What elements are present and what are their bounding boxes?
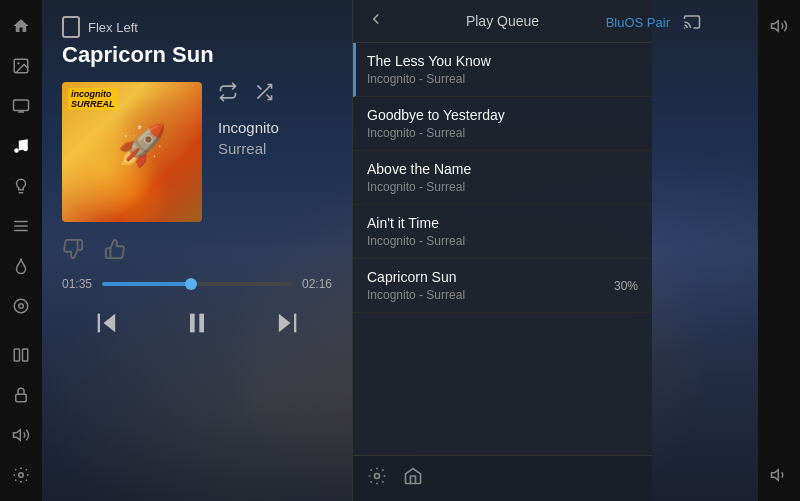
transport-controls (62, 305, 332, 347)
queue-item-sub: Incognito - Surreal (367, 234, 638, 248)
album-name: Surreal (218, 140, 279, 157)
queue-item[interactable]: Above the Name Incognito - Surreal (353, 151, 652, 205)
queue-panel: Play Queue The Less You Know Incognito -… (352, 0, 652, 501)
svg-rect-8 (23, 349, 28, 361)
sidebar-item-home[interactable] (3, 8, 39, 44)
vol-down-button[interactable] (761, 457, 797, 493)
svg-marker-16 (104, 314, 116, 333)
svg-line-15 (257, 85, 261, 89)
queue-item-sub: Incognito - Surreal (367, 72, 638, 86)
time-current: 01:35 (62, 277, 92, 291)
sidebar-item-list[interactable] (3, 208, 39, 244)
queue-item-title: Above the Name (367, 161, 638, 177)
sidebar-item-record[interactable] (3, 288, 39, 324)
sidebar-item-tv[interactable] (3, 88, 39, 124)
svg-marker-10 (14, 430, 21, 441)
sidebar-item-books[interactable] (3, 337, 39, 373)
cast-icon[interactable] (678, 8, 706, 36)
album-row: incognitoSURREAL Incognito Surreal (62, 82, 332, 222)
svg-point-3 (14, 148, 19, 153)
svg-rect-9 (16, 394, 27, 402)
device-info: Flex Left (62, 16, 332, 38)
track-info: Incognito Surreal (218, 82, 279, 157)
svg-point-11 (19, 473, 24, 478)
player-panel: Flex Left Capricorn Sun incognitoSURREAL… (42, 0, 352, 501)
device-icon (62, 16, 80, 38)
time-total: 02:16 (302, 277, 332, 291)
right-panel (758, 0, 800, 501)
main-content: BluOS Pair Flex Left Capricorn Sun incog… (42, 0, 758, 501)
track-title: Capricorn Sun (62, 42, 332, 68)
album-art-text: incognitoSURREAL (68, 88, 118, 110)
sidebar-item-photo[interactable] (3, 48, 39, 84)
queue-item-sub: Incognito - Surreal (367, 180, 638, 194)
rating-row (62, 238, 332, 265)
prev-button[interactable] (85, 305, 129, 347)
progress-section: 01:35 02:16 (62, 277, 332, 291)
queue-item-title: The Less You Know (367, 53, 638, 69)
svg-point-22 (375, 474, 380, 479)
pause-button[interactable] (175, 305, 219, 347)
top-bar: BluOS Pair (606, 0, 716, 44)
queue-item[interactable]: The Less You Know Incognito - Surreal (353, 43, 652, 97)
queue-settings-icon[interactable] (367, 466, 387, 491)
repeat-icon[interactable] (218, 82, 238, 107)
svg-rect-19 (199, 314, 204, 333)
album-art: incognitoSURREAL (62, 82, 202, 222)
sidebar-item-bulb[interactable] (3, 168, 39, 204)
svg-point-4 (23, 147, 28, 152)
progress-fill (102, 282, 191, 286)
next-button[interactable] (265, 305, 309, 347)
svg-rect-2 (14, 100, 29, 111)
queue-back-button[interactable] (367, 10, 385, 32)
svg-marker-20 (279, 314, 291, 333)
device-name-label: Flex Left (88, 20, 138, 35)
queue-footer (353, 455, 652, 501)
queue-item-sub: Incognito - Surreal (367, 126, 638, 140)
queue-item-title: Ain't it Time (367, 215, 638, 231)
sidebar-item-music[interactable] (3, 128, 39, 164)
queue-item[interactable]: Ain't it Time Incognito - Surreal (353, 205, 652, 259)
bluos-pair-label[interactable]: BluOS Pair (606, 15, 670, 30)
svg-point-5 (14, 299, 28, 313)
svg-point-6 (19, 304, 24, 309)
queue-list: The Less You Know Incognito - Surreal Go… (353, 43, 652, 455)
queue-item-pct: 30% (614, 279, 638, 293)
time-row: 01:35 02:16 (62, 277, 332, 291)
svg-marker-23 (772, 21, 779, 32)
sidebar (0, 0, 42, 501)
queue-item[interactable]: Capricorn Sun Incognito - Surreal 30% (353, 259, 652, 313)
sidebar-item-volume[interactable] (3, 417, 39, 453)
svg-point-12 (684, 27, 686, 29)
queue-item-title: Capricorn Sun (367, 269, 638, 285)
svg-point-1 (17, 62, 19, 64)
svg-rect-18 (190, 314, 195, 333)
queue-item[interactable]: Goodbye to Yesterday Incognito - Surreal (353, 97, 652, 151)
progress-handle[interactable] (185, 278, 197, 290)
artist-name: Incognito (218, 119, 279, 136)
thumbdown-button[interactable] (62, 238, 84, 265)
sidebar-item-flame[interactable] (3, 248, 39, 284)
track-controls-top (218, 82, 279, 107)
queue-home-icon[interactable] (403, 466, 423, 491)
shuffle-icon[interactable] (254, 82, 274, 107)
queue-title: Play Queue (466, 13, 539, 29)
queue-item-title: Goodbye to Yesterday (367, 107, 638, 123)
progress-bar[interactable] (102, 282, 292, 286)
queue-item-sub: Incognito - Surreal (367, 288, 638, 302)
sidebar-item-lock[interactable] (3, 377, 39, 413)
vol-up-button[interactable] (761, 8, 797, 44)
thumbup-button[interactable] (104, 238, 126, 265)
svg-rect-7 (14, 349, 19, 361)
sidebar-item-gear[interactable] (3, 457, 39, 493)
svg-marker-24 (772, 470, 779, 481)
